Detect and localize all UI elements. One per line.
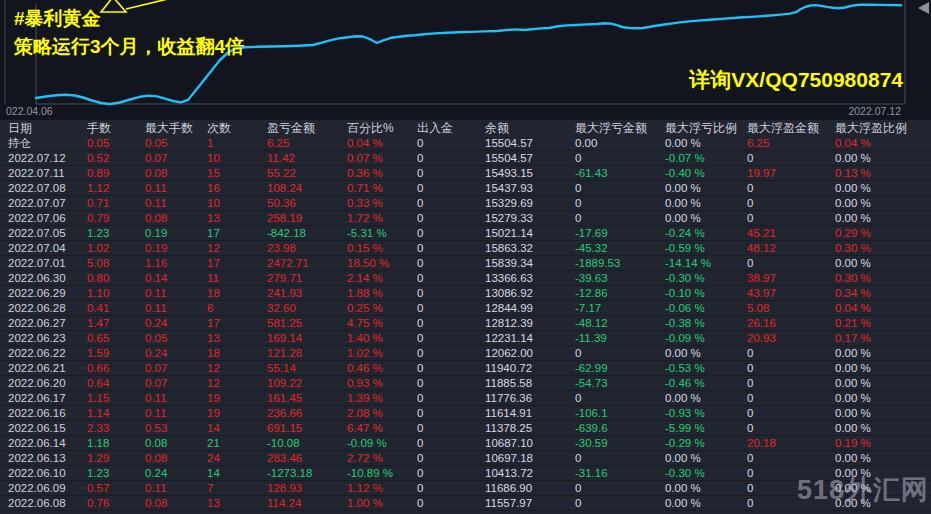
cell-value: 0.34 % (835, 286, 931, 300)
cell-value: 0.00 % (835, 466, 931, 480)
cell-date: 2022.06.16 (8, 406, 87, 420)
cell-value: 1.88 % (347, 286, 417, 300)
cell-value: -0.38 % (665, 316, 747, 330)
cell-value: 0.53 (145, 421, 207, 435)
cell-value: 15493.15 (485, 166, 575, 180)
cell-value: 0.71 (87, 196, 145, 210)
cell-value: -0.24 % (665, 226, 747, 240)
cell-value: 10 (207, 151, 267, 165)
annotation-triangle-icon (101, 0, 172, 12)
cell-value: 169.14 (267, 331, 347, 345)
cell-value: 19 (207, 391, 267, 405)
table-row[interactable]: 2022.06.141.180.0821-10.08-0.09 %010687.… (0, 436, 931, 451)
cell-value: -5.31 % (347, 226, 417, 240)
cell-value: 12231.14 (485, 331, 575, 345)
cell-value: 48.12 (747, 241, 835, 255)
table-row[interactable]: 2022.07.041.020.191223.980.15 %015863.32… (0, 241, 931, 256)
cell-value: -0.46 % (665, 376, 747, 390)
table-row[interactable]: 2022.07.120.520.071011.420.07 %015504.57… (0, 151, 931, 166)
table-row[interactable]: 2022.06.280.410.11632.600.25 %012844.99-… (0, 301, 931, 316)
cell-value: 0.80 (87, 271, 145, 285)
table-row[interactable]: 2022.07.051.230.1917-842.18-5.31 %015021… (0, 226, 931, 241)
cell-date: 2022.07.12 (8, 151, 87, 165)
cell-value: 10413.72 (485, 466, 575, 480)
cell-value: 15 (207, 166, 267, 180)
cell-value: 0.11 (145, 391, 207, 405)
column-header: 最大浮盈金额 (747, 121, 835, 135)
table-row[interactable]: 2022.06.221.590.2418121.281.02 %012062.0… (0, 346, 931, 361)
cell-value: 0 (747, 376, 835, 390)
cell-date: 2022.06.20 (8, 376, 87, 390)
column-header: 盈亏金额 (267, 121, 347, 135)
cell-value: 0 (747, 346, 835, 360)
cell-value: -0.06 % (665, 301, 747, 315)
cell-value: 236.66 (267, 406, 347, 420)
cell-value: 12 (207, 361, 267, 375)
cell-value: 0 (575, 496, 665, 510)
cell-value: 15839.34 (485, 256, 575, 270)
scroll-marker-icon[interactable] (918, 2, 929, 14)
table-row[interactable]: 2022.06.101.230.2414-1273.18-10.89 %0104… (0, 466, 931, 481)
cell-date: 2022.06.10 (8, 466, 87, 480)
cell-date: 2022.07.01 (8, 256, 87, 270)
cell-value: 0.00 % (835, 151, 931, 165)
cell-value: -0.93 % (665, 406, 747, 420)
cell-value: 0.11 (145, 196, 207, 210)
table-row[interactable]: 2022.06.152.330.5314691.156.47 %011378.2… (0, 421, 931, 436)
cell-value: 1.23 (87, 466, 145, 480)
table-row[interactable]: 2022.06.291.100.1118241.931.88 %013086.9… (0, 286, 931, 301)
cell-value: 0 (747, 406, 835, 420)
cell-value: 12 (207, 241, 267, 255)
cell-value: 0.57 (87, 481, 145, 495)
cell-value: 0 (747, 256, 835, 270)
cell-value: 0 (747, 196, 835, 210)
cell-value: 0.00 % (835, 421, 931, 435)
column-header: 余额 (485, 121, 575, 135)
cell-value: 581.25 (267, 316, 347, 330)
table-row[interactable]: 2022.07.110.890.081555.220.36 %015493.15… (0, 166, 931, 181)
table-row[interactable]: 2022.06.131.290.0824283.462.72 %010697.1… (0, 451, 931, 466)
subtitle: 策略运行3个月，收益翻4倍 (14, 34, 244, 60)
cell-value: 1.15 (87, 391, 145, 405)
cell-value: 0 (417, 331, 485, 345)
table-row[interactable]: 2022.06.271.470.2417581.254.75 %012812.3… (0, 316, 931, 331)
cell-value: 0.19 (145, 226, 207, 240)
table-row[interactable]: 2022.06.080.760.0813114.241.00 %011557.9… (0, 496, 931, 511)
cell-value: -31.16 (575, 466, 665, 480)
cell-value: 0 (417, 301, 485, 315)
cell-value: 32.60 (267, 301, 347, 315)
table-row[interactable]: 2022.06.200.640.0712109.220.93 %011885.5… (0, 376, 931, 391)
cell-value: 2.08 % (347, 406, 417, 420)
cell-value: 12844.99 (485, 301, 575, 315)
cell-value: 0.93 % (347, 376, 417, 390)
cell-value: 0.24 (145, 346, 207, 360)
cell-value: 1.00 % (347, 496, 417, 510)
table-row[interactable]: 2022.07.060.790.0813258.191.72 %015279.3… (0, 211, 931, 226)
table-row[interactable]: 2022.07.015.081.16172472.7118.50 %015839… (0, 256, 931, 271)
table-row[interactable]: 2022.06.210.660.071255.140.46 %011940.72… (0, 361, 931, 376)
cell-date: 2022.06.17 (8, 391, 87, 405)
table-row[interactable]: 2022.06.161.140.1119236.662.08 %011614.9… (0, 406, 931, 421)
cell-date: 2022.06.23 (8, 331, 87, 345)
cell-value: 0.04 % (347, 136, 417, 150)
table-row[interactable]: 2022.06.230.650.0513169.141.40 %012231.1… (0, 331, 931, 346)
cell-value: -1889.53 (575, 256, 665, 270)
cell-value: 15504.57 (485, 136, 575, 150)
table-row[interactable]: 持仓0.050.0516.250.04 %015504.570.000.00 %… (0, 136, 931, 151)
cell-value: 20.18 (747, 436, 835, 450)
cell-value: 11557.97 (485, 496, 575, 510)
cell-value: 0 (417, 346, 485, 360)
table-row[interactable]: 2022.07.081.120.1116108.240.71 %015437.9… (0, 181, 931, 196)
cell-value: 11378.25 (485, 421, 575, 435)
cell-date: 2022.07.04 (8, 241, 87, 255)
column-header: 百分比% (347, 121, 417, 135)
table-row[interactable]: 2022.06.090.570.117128.931.12 %011686.90… (0, 481, 931, 496)
cell-value: 0.08 (145, 211, 207, 225)
table-row[interactable]: 2022.06.300.800.1411279.712.14 %013366.6… (0, 271, 931, 286)
cell-value: 0 (575, 346, 665, 360)
cell-value: 0.04 % (835, 301, 931, 315)
table-row[interactable]: 2022.07.070.710.111050.360.33 %015329.69… (0, 196, 931, 211)
cell-value: 0.17 % (835, 331, 931, 345)
table-row[interactable]: 2022.06.171.150.1119161.451.39 %011776.3… (0, 391, 931, 406)
cell-value: 0.08 (145, 496, 207, 510)
